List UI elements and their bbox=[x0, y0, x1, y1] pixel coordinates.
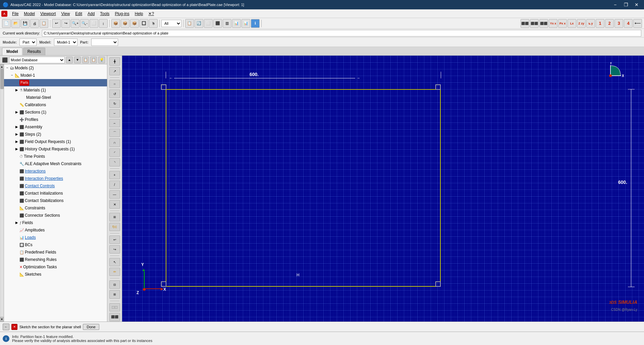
menu-help2[interactable]: ✕? bbox=[146, 11, 157, 17]
vp-btn-arc3[interactable]: ∩ bbox=[109, 138, 120, 147]
vp-btn-cursor2[interactable]: ↖ bbox=[109, 258, 120, 266]
tree-scroll-up[interactable]: ▲ bbox=[0, 64, 4, 69]
tb-rotate[interactable]: 🔄 bbox=[195, 19, 203, 28]
tree-toggle-assembly[interactable]: ▶ bbox=[15, 124, 19, 130]
vp-btn-redo2[interactable]: ↪ bbox=[109, 245, 120, 254]
tree-item-profiles[interactable]: ➕ Profiles bbox=[4, 116, 107, 123]
tree-item-contact-controls[interactable]: ⬛ Contact Controls bbox=[4, 182, 107, 190]
tree-toggle-history-output[interactable]: ▶ bbox=[15, 146, 19, 152]
tree-toggle-field-output[interactable]: ▶ bbox=[15, 139, 19, 145]
tb-axes-px[interactable]: Px x bbox=[558, 19, 567, 28]
tb-copy[interactable]: 📋 bbox=[40, 19, 48, 28]
tb-dash[interactable]: ▥ bbox=[223, 19, 231, 28]
model-select[interactable]: Model-1 bbox=[54, 39, 77, 46]
tb-zoom-out[interactable]: 🔍- bbox=[80, 19, 89, 28]
vp-btn-rotate-ccw[interactable]: ↺ bbox=[109, 89, 120, 98]
vp-btn-dim-dash[interactable]: — bbox=[109, 190, 120, 199]
tb-zoom-in[interactable]: 🔍+ bbox=[71, 19, 79, 28]
menu-file[interactable]: File bbox=[9, 11, 21, 17]
tree-item-interaction-props[interactable]: ⬛ Interaction Properties bbox=[4, 175, 107, 182]
tb-cursor[interactable]: 🖱 bbox=[149, 19, 158, 28]
module-select[interactable]: Part bbox=[19, 39, 37, 46]
menu-viewport[interactable]: Viewport bbox=[38, 11, 58, 17]
menu-model[interactable]: Model bbox=[21, 11, 38, 17]
tb-num3[interactable]: 3 bbox=[614, 19, 623, 28]
vp-btn-arc-bottom[interactable]: ⌣ bbox=[109, 109, 120, 118]
tb-copy2[interactable]: 📋 bbox=[185, 19, 194, 28]
vp-btn-grid2[interactable]: ⬚⬚ bbox=[109, 303, 120, 312]
menu-plugins[interactable]: Plug-ins bbox=[112, 11, 132, 17]
tree-toggle-models[interactable]: − bbox=[5, 65, 9, 71]
tree-header-select[interactable]: Model Database bbox=[9, 57, 65, 63]
tb-num4[interactable]: 4 bbox=[624, 19, 633, 28]
tree-expand-up[interactable]: ▲ bbox=[66, 57, 73, 63]
title-controls[interactable]: − ❐ ✕ bbox=[610, 0, 641, 9]
tb-3d-view2[interactable]: 📦 bbox=[121, 19, 129, 28]
vp-btn-arrow[interactable]: ↗ bbox=[109, 67, 120, 75]
vp-btn-merge[interactable]: ⊟ bbox=[109, 280, 120, 289]
sketch-done-button[interactable]: Done bbox=[83, 324, 99, 330]
tree-light[interactable]: 💡 bbox=[98, 57, 105, 63]
close-button[interactable]: ✕ bbox=[632, 0, 641, 9]
tb-redo[interactable]: ↪ bbox=[61, 19, 70, 28]
tb-axes-lx[interactable]: Lx bbox=[568, 19, 576, 28]
tree-item-predefined-fields[interactable]: 📋 Predefined Fields bbox=[4, 249, 107, 256]
tree-item-constraints[interactable]: 📐 Constraints bbox=[4, 204, 107, 212]
vp-btn-circle[interactable]: ○ bbox=[109, 80, 120, 88]
tb-num2[interactable]: 2 bbox=[605, 19, 614, 28]
tb-axes-x[interactable]: Yx x bbox=[549, 19, 557, 28]
tab-model[interactable]: Model bbox=[2, 48, 22, 55]
tree-item-history-output[interactable]: ▶ ⬛ History Output Requests (1) bbox=[4, 145, 107, 153]
tree-paste[interactable]: 📋 bbox=[90, 57, 97, 63]
restore-button[interactable]: ❐ bbox=[621, 0, 631, 9]
menu-view[interactable]: View bbox=[59, 11, 73, 17]
tree-item-assembly[interactable]: ▶ ⬛ Assembly bbox=[4, 123, 107, 131]
tree-item-material-steel[interactable]: Material-Steel bbox=[4, 94, 107, 101]
tree-item-loads[interactable]: 📊 Loads bbox=[4, 234, 107, 241]
tb-align[interactable]: 📊 bbox=[241, 19, 250, 28]
vp-btn-arc-top[interactable]: ⌢ bbox=[109, 119, 120, 127]
sketch-cancel-button[interactable]: ✕ bbox=[11, 324, 17, 330]
menu-tools[interactable]: Tools bbox=[97, 11, 112, 17]
vp-btn-arc5[interactable]: ◝ bbox=[109, 158, 120, 166]
tree-item-field-output[interactable]: ▶ ⬛ Field Output Requests (1) bbox=[4, 138, 107, 145]
tree-item-contact-stab[interactable]: ⬛ Contact Stabilizations bbox=[4, 197, 107, 204]
tb-3d-view3[interactable]: 📦 bbox=[130, 19, 139, 28]
tree-item-sections[interactable]: ▶ ⬛ Sections (1) bbox=[4, 109, 107, 116]
sketch-back-button[interactable]: ← bbox=[3, 324, 9, 330]
tree-item-interactions[interactable]: ⬛ Interactions bbox=[4, 167, 107, 175]
vp-btn-dim-slash[interactable]: / bbox=[109, 181, 120, 189]
menu-edit[interactable]: Edit bbox=[72, 11, 85, 17]
tb-axes-zzy[interactable]: Z zy bbox=[577, 19, 586, 28]
tb-view3[interactable]: ⬛⬛ bbox=[539, 19, 548, 28]
tb-nav-arrow[interactable]: ⟵ bbox=[633, 19, 642, 28]
tree-item-calibrations[interactable]: 📏 Calibrations bbox=[4, 101, 107, 109]
tree-toggle-steps[interactable]: ▶ bbox=[15, 131, 19, 137]
tree-item-bcs[interactable]: 🔲 BCs bbox=[4, 241, 107, 249]
tree-scrollbar-thumb[interactable] bbox=[0, 69, 4, 89]
tab-results[interactable]: Results bbox=[23, 48, 45, 55]
tree-scrollbar-track[interactable] bbox=[0, 69, 4, 317]
tb-undo[interactable]: ↩ bbox=[52, 19, 61, 28]
minimize-button[interactable]: − bbox=[610, 0, 620, 9]
vp-btn-undo2[interactable]: ↩ bbox=[109, 235, 120, 244]
tb-new[interactable]: 📄 bbox=[2, 19, 11, 28]
tree-container[interactable]: − 🗂 Models (2) − 📐 Model-1 Parts ▶ bbox=[4, 64, 107, 322]
vp-btn-dim-plus[interactable]: + bbox=[109, 171, 120, 179]
tree-item-connector-sections[interactable]: ⬛ Connector Sections bbox=[4, 212, 107, 219]
tree-toggle-sections[interactable]: ▶ bbox=[15, 109, 19, 115]
vp-btn-rotate-cw[interactable]: ↻ bbox=[109, 99, 120, 108]
vp-btn-split[interactable]: ⊞ bbox=[109, 290, 120, 298]
tree-item-remeshing-rules[interactable]: ⬛ Remeshing Rules bbox=[4, 256, 107, 263]
tree-item-models[interactable]: − 🗂 Models (2) bbox=[4, 64, 107, 72]
tb-open[interactable]: 📂 bbox=[11, 19, 20, 28]
tb-table[interactable]: 📊 bbox=[232, 19, 241, 28]
tree-toggle-fields[interactable]: ▶ bbox=[15, 220, 19, 226]
tree-toggle-materials[interactable]: ▶ bbox=[15, 87, 19, 93]
tree-toggle-model1[interactable]: − bbox=[10, 72, 14, 78]
tb-fit[interactable]: ⬜ bbox=[90, 19, 98, 28]
tb-solid[interactable]: ⬛ bbox=[213, 19, 222, 28]
tree-item-sketches[interactable]: 📐 Sketches bbox=[4, 271, 107, 278]
tb-3d-view1[interactable]: 📦 bbox=[111, 19, 120, 28]
tree-scroll-down[interactable]: ▼ bbox=[0, 317, 4, 322]
